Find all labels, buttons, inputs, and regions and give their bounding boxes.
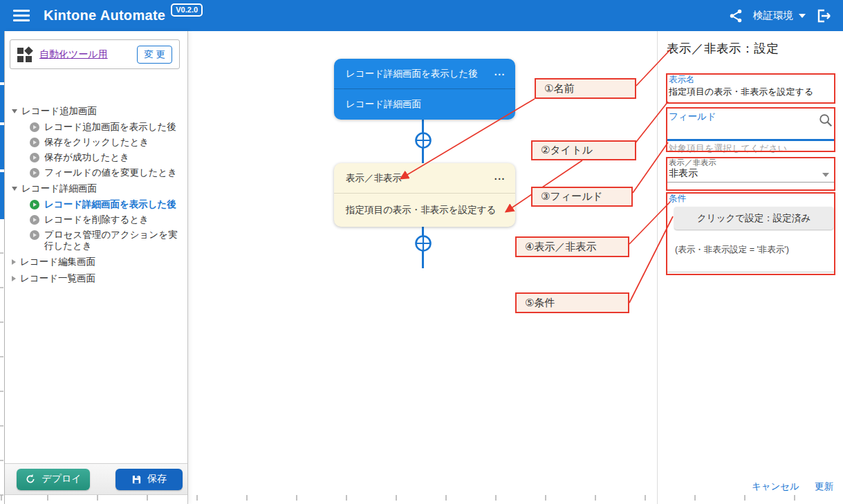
tree-group-record-list[interactable]: レコード一覧画面 <box>9 270 183 287</box>
tree-item-selected[interactable]: レコード詳細画面を表示した後 <box>9 197 183 212</box>
sidebar-footer: デプロイ 保存 <box>5 463 187 495</box>
action-node-title: 表示／非表示 <box>346 172 402 185</box>
app-link[interactable]: 自動化ツール用 <box>39 48 108 61</box>
play-circle-icon <box>30 215 39 225</box>
more-dots-icon[interactable]: ... <box>494 171 506 182</box>
play-circle-icon <box>30 168 39 178</box>
event-tree: レコード追加画面 レコード追加画面を表示した後 保存をクリックしたとき 保存が成… <box>9 103 183 287</box>
chevron-closed-icon <box>12 276 16 281</box>
field-input-placeholder[interactable]: 対象項目を選択してください <box>669 142 787 155</box>
tree-item[interactable]: フィールドの値を変更したとき <box>9 165 183 180</box>
left-ruler <box>0 252 3 504</box>
settings-panel: 表示／非表示：設定 表示名 指定項目の表示・非表示を設定する フィールド 対象項… <box>657 31 843 504</box>
highlight-condition <box>666 192 835 275</box>
annotation-condition: ⑤条件 <box>515 292 629 313</box>
tree-group-record-add[interactable]: レコード追加画面 <box>9 103 183 120</box>
environment-selector[interactable]: 検証環境 <box>753 9 806 22</box>
event-node-screen: レコード詳細画面 <box>334 89 515 120</box>
annotation-name: ①名前 <box>535 78 636 99</box>
app-selector-box: 自動化ツール用 変 更 <box>10 39 180 69</box>
search-icon[interactable] <box>818 113 833 128</box>
play-circle-icon <box>30 122 39 132</box>
annotation-title: ②タイトル <box>531 140 636 160</box>
bottom-ruler <box>0 495 843 501</box>
play-circle-icon <box>30 138 39 147</box>
field-label: フィールド <box>669 111 716 123</box>
app-title: Kintone Automate <box>44 8 165 24</box>
chevron-closed-icon <box>12 259 16 265</box>
environment-label: 検証環境 <box>753 9 793 22</box>
hamburger-icon[interactable] <box>13 10 30 21</box>
floppy-disk-icon <box>131 474 142 485</box>
visibility-underline <box>667 182 834 183</box>
tree-item[interactable]: プロセス管理のアクションを実行したとき <box>9 227 183 254</box>
tree-item[interactable]: レコードを削除するとき <box>9 212 183 227</box>
more-dots-icon[interactable]: ... <box>494 66 506 77</box>
action-node[interactable]: 表示／非表示 ... 指定項目の表示・非表示を設定する <box>334 163 515 227</box>
condition-summary: (表示・非表示設定 = '非表示') <box>675 244 789 256</box>
left-scroll-strip[interactable] <box>0 31 5 504</box>
annotation-visibility: ④表示／非表示 <box>515 236 629 257</box>
play-circle-icon <box>30 153 39 162</box>
logout-icon[interactable] <box>815 8 832 24</box>
condition-set-button[interactable]: クリックで設定：設定済み <box>674 207 833 230</box>
display-name-label: 表示名 <box>669 74 695 86</box>
chevron-open-icon <box>12 187 17 191</box>
deploy-button[interactable]: デプロイ <box>17 469 90 490</box>
play-circle-icon <box>30 230 39 240</box>
tree-item[interactable]: レコード追加画面を表示した後 <box>9 120 183 135</box>
event-node-title: レコード詳細画面を表示した後 <box>346 68 478 80</box>
visibility-select-value[interactable]: 非表示 <box>669 167 698 180</box>
annotation-field: ③フィールド <box>531 187 633 207</box>
add-step-icon[interactable] <box>414 131 432 149</box>
action-node-description: 指定項目の表示・非表示を設定する <box>334 194 515 227</box>
sidebar: 自動化ツール用 変 更 レコード追加画面 レコード追加画面を表示した後 保存をク… <box>5 31 188 504</box>
app-icon <box>17 47 33 62</box>
tree-item[interactable]: 保存をクリックしたとき <box>9 135 183 150</box>
update-button[interactable]: 更新 <box>815 480 833 493</box>
app-window: Kintone Automate V0.2.0 検証環境 <box>0 0 843 504</box>
tree-group-record-detail[interactable]: レコード詳細画面 <box>9 180 183 197</box>
condition-label: 条件 <box>669 193 686 205</box>
panel-title: 表示／非表示：設定 <box>667 40 779 57</box>
field-input-underline <box>667 139 834 141</box>
chevron-open-icon <box>12 109 17 113</box>
share-icon[interactable] <box>728 8 743 24</box>
sync-icon <box>25 474 36 485</box>
chevron-down-icon[interactable] <box>822 173 829 177</box>
tree-item[interactable]: 保存が成功したとき <box>9 150 183 165</box>
tree-group-record-edit[interactable]: レコード編集画面 <box>9 254 183 270</box>
condition-underline <box>667 272 834 272</box>
add-step-icon[interactable] <box>414 234 432 252</box>
save-button[interactable]: 保存 <box>115 469 183 490</box>
play-circle-icon <box>30 200 39 209</box>
event-node[interactable]: レコード詳細画面を表示した後 ... レコード詳細画面 <box>334 59 515 120</box>
chevron-down-icon <box>799 14 806 18</box>
visibility-label: 表示／非表示 <box>669 158 716 168</box>
app-header: Kintone Automate V0.2.0 検証環境 <box>0 0 843 31</box>
change-app-button[interactable]: 変 更 <box>137 46 172 64</box>
display-name-value[interactable]: 指定項目の表示・非表示を設定する <box>669 86 835 98</box>
cancel-button[interactable]: キャンセル <box>752 480 799 493</box>
version-badge: V0.2.0 <box>171 3 203 17</box>
